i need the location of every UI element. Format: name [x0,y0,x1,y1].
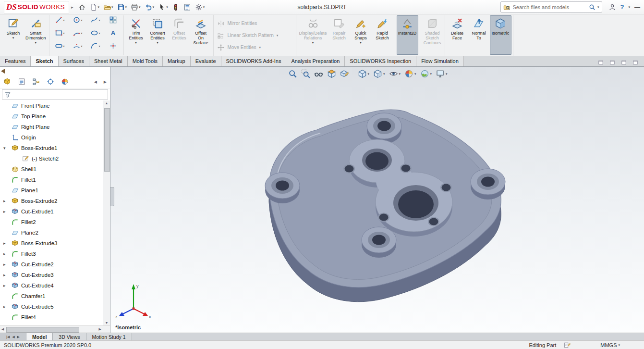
print-button[interactable]: ▾ [129,1,142,13]
collapse-icon[interactable]: ▾ [3,146,6,150]
tab-solidworks-inspection[interactable]: SOLIDWORKS Inspection [345,56,416,66]
zoom-to-fit-button[interactable] [288,69,297,78]
tree-item-fillet1[interactable]: Fillet1 [0,174,103,185]
dimxpertmanager-tab-icon[interactable] [47,78,54,86]
vertical-scroll-thumb[interactable] [104,108,110,172]
normal-to-button[interactable]: Normal To [468,15,490,55]
tree-vertical-scrollbar[interactable]: ▲ ▼ [103,100,110,325]
corner-boss[interactable] [471,169,505,199]
tab-surfaces[interactable]: Surfaces [59,56,89,66]
scroll-tabs-right-icon[interactable]: ▶ [104,80,107,84]
close-panel-icon[interactable] [632,59,638,64]
tree-item-boss-extrude3[interactable]: ▸Boss-Extrude3 [0,238,103,249]
tree-item-cut-extrude2[interactable]: ▸Cut-Extrude2 [0,259,103,270]
search-scope-icon[interactable] [503,4,510,11]
user-icon[interactable] [608,3,616,11]
tree-item-top-plane[interactable]: Top Plane [0,111,103,122]
tab-sheet-metal[interactable]: Sheet Metal [89,56,128,66]
sketch-button[interactable]: Sketch▾ [2,15,24,55]
next-tab-icon[interactable]: ▶ [17,335,20,339]
scroll-down-icon[interactable]: ▼ [103,321,110,324]
propertymanager-tab-icon[interactable] [18,78,25,86]
tree-item-boss-extrude1[interactable]: ▾Boss-Extrude1 [0,143,103,153]
new-document-button[interactable]: ▾ [88,1,101,13]
collapse-ribbon-icon[interactable] [621,59,627,64]
scroll-right-icon[interactable]: ▶ [99,327,101,331]
tree-item-sketch2[interactable]: (-) Sketch2 [0,153,103,164]
expand-icon[interactable]: ▸ [3,209,6,214]
tab-scroll-buttons[interactable]: |◀ ◀ ▶ [0,333,26,340]
tree-item-boss-extrude2[interactable]: ▸Boss-Extrude2 [0,196,103,206]
scroll-tabs-left-icon[interactable]: ◀ [94,80,97,84]
tree-filter[interactable] [2,89,108,100]
view-settings-button[interactable]: ▾ [436,69,448,78]
search-box[interactable]: ▾ [500,1,602,12]
scroll-up-icon[interactable]: ▲ [103,101,110,105]
isometric-button[interactable]: Isometric [490,15,511,55]
tree-item-cut-extrude1[interactable]: ▸Cut-Extrude1 [0,206,103,217]
tab-markup[interactable]: Markup [163,56,191,66]
convert-entities-button[interactable]: Convert Entities▾ [147,15,169,55]
sketch-pattern-tool-button[interactable] [104,16,122,24]
hide-show-items-button[interactable]: ▾ [389,69,401,78]
tree-item-front-plane[interactable]: Front Plane [0,100,103,111]
solidworks-logo[interactable]: DS SOLIDWORKS [4,1,69,13]
expand-icon[interactable]: ▸ [3,283,6,288]
options-button[interactable]: ▾ [194,1,207,13]
tree-item-chamfer1[interactable]: Chamfer1 [0,291,103,301]
apply-scene-button[interactable]: ▾ [420,69,432,78]
expand-icon[interactable]: ▸ [3,304,6,309]
expand-icon[interactable]: ▸ [3,241,6,246]
tree-item-shell1[interactable]: Shell1 [0,164,103,174]
move-entities-button[interactable]: Move Entities▾ [215,42,263,53]
instant2d-button[interactable]: Instant2D [397,15,418,55]
tab-sketch[interactable]: Sketch [31,56,58,66]
configurationmanager-tab-icon[interactable] [32,78,40,86]
mirror-entities-button[interactable]: Mirror Entities [215,18,259,29]
expand-icon[interactable]: ▸ [3,251,6,256]
tab-evaluate[interactable]: Evaluate [191,56,221,66]
slot-tool-button[interactable]: ▾ [51,42,69,50]
circle-tool-button[interactable]: ▾ [69,16,86,24]
view-orientation-button[interactable]: ▾ [358,69,370,78]
display-style-button[interactable]: ▾ [373,69,385,78]
select-button[interactable]: ▾ [157,1,170,13]
section-view-button[interactable] [327,69,336,78]
tree-item-plane2[interactable]: Plane2 [0,227,103,238]
open-button[interactable]: ▾ [102,1,115,13]
corner-boss[interactable] [265,173,300,203]
selection-filter-button[interactable] [170,1,181,13]
search-input[interactable] [512,4,587,11]
three-point-arc-tool-button[interactable]: ▾ [69,42,86,50]
tree-item-cut-extrude5[interactable]: ▸Cut-Extrude5 [0,301,103,312]
help-dropdown-icon[interactable]: ▾ [628,5,630,9]
shaded-sketch-contours-button[interactable]: Shaded Sketch Contours [422,15,443,55]
first-tab-icon[interactable]: |◀ [6,335,10,339]
scroll-left-icon[interactable]: ◀ [1,327,4,331]
minimize-icon[interactable]: — [634,4,640,11]
display-delete-relations-button[interactable]: Display/Delete Relations▾ [298,15,328,55]
zoom-to-area-button[interactable] [301,69,310,78]
expand-icon[interactable]: ▸ [3,199,6,203]
rapid-sketch-button[interactable]: Rapid Sketch [372,15,393,55]
tab-solidworks-add-ins[interactable]: SOLIDWORKS Add-Ins [221,56,287,66]
tree-item-cut-extrude3[interactable]: ▸Cut-Extrude3 [0,270,103,280]
tree-item-plane1[interactable]: Plane1 [0,185,103,196]
corner-boss[interactable] [362,227,396,258]
tab-mold-tools[interactable]: Mold Tools [128,56,163,66]
undock-panel-icon[interactable] [609,59,615,64]
tree-item-cut-extrude4[interactable]: ▸Cut-Extrude4 [0,280,103,291]
tree-item-fillet4[interactable]: Fillet4 [0,312,103,323]
line-tool-button[interactable]: ▾ [51,16,69,24]
tree-item-fillet3[interactable]: ▸Fillet3 [0,249,103,259]
spline-tool-button[interactable]: ▾ [86,16,104,24]
tree-item-right-plane[interactable]: Right Plane [0,122,103,132]
dock-panel-icon[interactable] [598,59,604,64]
search-icon[interactable] [589,4,595,11]
collapse-panel-icon[interactable] [1,69,5,74]
panel-splitter[interactable] [110,187,114,206]
quick-snaps-button[interactable]: Quick Snaps▾ [350,15,372,55]
doc-tab-3d-views[interactable]: 3D Views [53,333,86,340]
offset-entities-button[interactable]: Offset Entities [169,15,190,55]
ellipse-tool-button[interactable]: ▾ [86,29,104,37]
